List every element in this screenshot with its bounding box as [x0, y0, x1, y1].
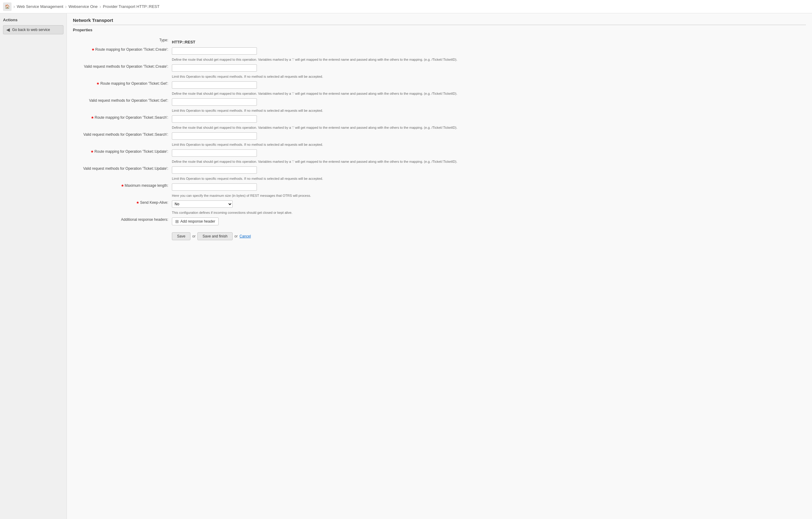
methods-get-label: Valid request methods for Operation 'Tic…	[73, 97, 170, 107]
route-search-row: ★Route mapping for Operation 'Ticket::Se…	[73, 114, 806, 124]
methods-create-hint: Limit this Operation to specific request…	[170, 73, 806, 80]
route-create-hint-row: Define the route that should get mapped …	[73, 56, 806, 63]
breadcrumb-provider-transport: Provider Transport HTTP::REST	[103, 4, 160, 9]
required-star: ★	[91, 47, 95, 52]
route-get-input-cell	[170, 80, 285, 90]
response-headers-label: Additional response headers:	[73, 216, 170, 227]
plus-icon: ⊞	[175, 219, 179, 224]
route-get-input[interactable]	[172, 81, 257, 89]
methods-update-hint-row: Limit this Operation to specific request…	[73, 175, 806, 182]
keep-alive-select-cell: No Yes	[170, 199, 285, 209]
keep-alive-row: ★Send Keep-Alive: No Yes	[73, 199, 806, 209]
keep-alive-hint: This configuration defines if incoming c…	[170, 209, 806, 216]
route-search-hint-row: Define the route that should get mapped …	[73, 124, 806, 131]
methods-create-input-cell	[170, 63, 285, 73]
route-update-hint-row: Define the route that should get mapped …	[73, 158, 806, 165]
subsection-title: Properties	[73, 28, 806, 32]
methods-get-hint: Limit this Operation to specific request…	[170, 107, 806, 114]
route-get-label: ★Route mapping for Operation 'Ticket::Ge…	[73, 80, 170, 90]
back-arrow-icon: ◀	[6, 27, 10, 32]
methods-update-input-cell	[170, 165, 285, 175]
methods-search-input-cell	[170, 131, 285, 141]
keep-alive-label: ★Send Keep-Alive:	[73, 199, 170, 209]
type-row: Type: HTTP::REST	[73, 36, 806, 46]
section-title: Network Transport	[73, 18, 806, 25]
methods-update-hint: Limit this Operation to specific request…	[170, 175, 806, 182]
route-search-label: ★Route mapping for Operation 'Ticket::Se…	[73, 114, 170, 124]
response-headers-row: Additional response headers: ⊞ Add respo…	[73, 216, 806, 227]
or-text-2: or	[234, 234, 238, 238]
route-get-hint-row: Define the route that should get mapped …	[73, 90, 806, 97]
sidebar: Actions ◀ Go back to web service	[0, 13, 67, 519]
methods-search-hint-row: Limit this Operation to specific request…	[73, 141, 806, 148]
home-button[interactable]: 🏠	[3, 2, 11, 11]
route-update-input[interactable]	[172, 149, 257, 157]
required-star-max: ★	[121, 183, 124, 188]
required-star-update: ★	[90, 149, 94, 154]
go-back-button[interactable]: ◀ Go back to web service	[3, 25, 63, 34]
methods-get-row: Valid request methods for Operation 'Tic…	[73, 97, 806, 107]
max-msg-hint-row: Here you can specify the maximum size (i…	[73, 192, 806, 199]
methods-search-hint: Limit this Operation to specific request…	[170, 141, 806, 148]
cancel-button[interactable]: Cancel	[240, 234, 251, 238]
methods-get-input-cell	[170, 97, 285, 107]
max-msg-input-cell	[170, 182, 285, 192]
add-response-header-button[interactable]: ⊞ Add response header	[172, 218, 219, 225]
breadcrumb-webservice-one[interactable]: Webservice One	[69, 4, 98, 9]
methods-create-input[interactable]	[172, 64, 257, 72]
type-value: HTTP::REST	[172, 38, 195, 44]
max-msg-input[interactable]	[172, 183, 257, 191]
route-create-hint: Define the route that should get mapped …	[170, 56, 806, 63]
methods-get-hint-row: Limit this Operation to specific request…	[73, 107, 806, 114]
save-and-finish-button[interactable]: Save and finish	[197, 232, 233, 240]
sidebar-title: Actions	[3, 18, 63, 22]
max-msg-label: ★Maximum message length:	[73, 182, 170, 192]
layout: Actions ◀ Go back to web service Network…	[0, 13, 812, 519]
methods-create-hint-row: Limit this Operation to specific request…	[73, 73, 806, 80]
methods-search-row: Valid request methods for Operation 'Tic…	[73, 131, 806, 141]
save-button[interactable]: Save	[172, 232, 191, 240]
route-get-hint: Define the route that should get mapped …	[170, 90, 806, 97]
required-star-keep: ★	[136, 200, 139, 205]
route-search-input[interactable]	[172, 115, 257, 123]
main-content: Network Transport Properties Type: HTTP:…	[67, 13, 812, 519]
route-search-input-cell	[170, 114, 285, 124]
methods-search-input[interactable]	[172, 133, 257, 140]
required-star-search: ★	[91, 115, 94, 120]
route-search-hint: Define the route that should get mapped …	[170, 124, 806, 131]
route-create-input[interactable]	[172, 47, 257, 55]
breadcrumb-web-service-management[interactable]: Web Service Management	[17, 4, 63, 9]
action-buttons: Save or Save and finish or Cancel	[73, 232, 806, 240]
route-update-input-cell	[170, 148, 285, 158]
max-msg-row: ★Maximum message length:	[73, 182, 806, 192]
methods-update-row: Valid request methods for Operation 'Tic…	[73, 165, 806, 175]
breadcrumb-sep-2: ›	[65, 4, 66, 9]
route-create-label: ★Route mapping for Operation 'Ticket::Cr…	[73, 46, 170, 56]
route-get-row: ★Route mapping for Operation 'Ticket::Ge…	[73, 80, 806, 90]
breadcrumb-sep-1: ›	[13, 4, 15, 9]
type-label: Type:	[73, 36, 170, 46]
keep-alive-select[interactable]: No Yes	[172, 200, 233, 208]
methods-search-label: Valid request methods for Operation 'Tic…	[73, 131, 170, 141]
route-update-hint: Define the route that should get mapped …	[170, 158, 806, 165]
methods-create-label: Valid request methods for Operation 'Tic…	[73, 63, 170, 73]
properties-form: Type: HTTP::REST ★Route mapping for Oper…	[73, 36, 806, 227]
or-text-1: or	[192, 234, 196, 238]
response-headers-btn-cell: ⊞ Add response header	[170, 216, 285, 227]
route-create-input-cell	[170, 46, 285, 56]
required-star-get: ★	[96, 81, 99, 86]
max-msg-hint: Here you can specify the maximum size (i…	[170, 192, 806, 199]
methods-create-row: Valid request methods for Operation 'Tic…	[73, 63, 806, 73]
methods-get-input[interactable]	[172, 98, 257, 106]
route-create-row: ★Route mapping for Operation 'Ticket::Cr…	[73, 46, 806, 56]
keep-alive-hint-row: This configuration defines if incoming c…	[73, 209, 806, 216]
methods-update-label: Valid request methods for Operation 'Tic…	[73, 165, 170, 175]
route-update-row: ★Route mapping for Operation 'Ticket::Up…	[73, 148, 806, 158]
breadcrumb: 🏠 › Web Service Management › Webservice …	[0, 0, 812, 13]
home-icon: 🏠	[5, 4, 10, 9]
type-value-cell: HTTP::REST	[170, 36, 285, 46]
route-update-label: ★Route mapping for Operation 'Ticket::Up…	[73, 148, 170, 158]
methods-update-input[interactable]	[172, 166, 257, 174]
breadcrumb-sep-3: ›	[99, 4, 101, 9]
